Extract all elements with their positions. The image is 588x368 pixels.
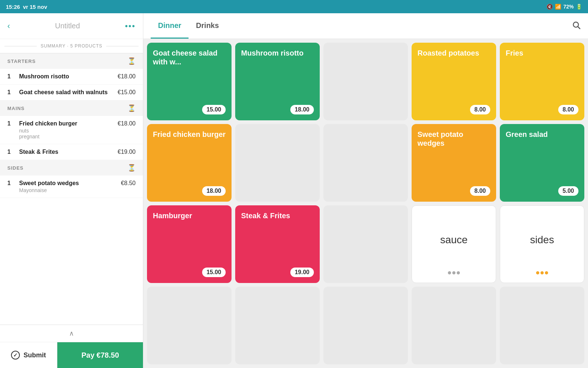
list-item[interactable]: 1 Goat cheese salad with walnuts €15.00 <box>0 85 143 100</box>
section-mains: MAINS ⏳ <box>0 100 143 116</box>
sidebar: ‹ Untitled ••• SUMMARY · 5 PRODUCTS STAR… <box>0 13 143 368</box>
search-button[interactable] <box>572 21 581 32</box>
menu-card-empty-4 <box>323 205 408 283</box>
mains-icon: ⏳ <box>128 104 136 112</box>
list-item[interactable]: 1 Mushroom risotto €18.00 <box>0 69 143 85</box>
right-panel: Dinner Drinks Goat cheese salad with w..… <box>143 13 588 368</box>
menu-card-empty-1 <box>323 43 408 120</box>
status-bar: 15:26 vr 15 nov 🔇 📶 72% 🔋 <box>0 0 588 13</box>
section-starters: STARTERS ⏳ <box>0 53 143 69</box>
time: 15:26 <box>6 4 20 10</box>
sides-icon: ⏳ <box>128 164 136 172</box>
menu-card-fries[interactable]: Fries 8.00 <box>500 43 584 120</box>
list-item[interactable]: 1 Fried chicken burger nutspregnant €18.… <box>0 116 143 144</box>
tab-dinner[interactable]: Dinner <box>151 13 189 39</box>
sides-label: sides <box>530 234 554 246</box>
menu-card-hamburger[interactable]: Hamburger 15.00 <box>147 205 232 283</box>
menu-grid: Goat cheese salad with w... 15.00 Mushro… <box>143 39 588 368</box>
svg-line-1 <box>578 26 580 29</box>
menu-card-empty-5 <box>147 287 232 364</box>
menu-card-steak-frites[interactable]: Steak & Frites 19.00 <box>235 205 320 283</box>
sidebar-title: Untitled <box>55 22 80 30</box>
check-icon: ✓ <box>11 351 20 360</box>
menu-card-goat-cheese-salad[interactable]: Goat cheese salad with w... 15.00 <box>147 43 232 120</box>
battery-icon: 🔋 <box>576 4 582 10</box>
tab-drinks[interactable]: Drinks <box>189 13 226 39</box>
menu-card-empty-8 <box>412 287 496 364</box>
pay-button[interactable]: Pay €78.50 <box>57 342 143 368</box>
menu-card-sauce[interactable]: sauce ●●● <box>412 205 496 283</box>
date: vr 15 nov <box>23 4 47 10</box>
menu-card-sides[interactable]: sides ●●● <box>500 205 584 283</box>
starters-icon: ⏳ <box>128 57 136 65</box>
bottom-actions: ✓ Submit Pay €78.50 <box>0 342 143 368</box>
sides-dots: ●●● <box>535 268 549 277</box>
menu-card-roasted-potatoes[interactable]: Roasted potatoes 8.00 <box>412 43 496 120</box>
menu-card-green-salad[interactable]: Green salad 5.00 <box>500 124 584 202</box>
menu-card-empty-9 <box>500 287 584 364</box>
sauce-dots: ●●● <box>447 268 460 277</box>
menu-card-empty-6 <box>235 287 320 364</box>
sidebar-bottom: ∧ ✓ Submit Pay €78.50 <box>0 325 143 368</box>
menu-card-mushroom-risotto[interactable]: Mushroom risotto 18.00 <box>235 43 320 120</box>
section-sides: SIDES ⏳ <box>0 160 143 176</box>
wifi-icon: 📶 <box>555 4 561 10</box>
submit-button[interactable]: ✓ Submit <box>0 342 57 368</box>
battery: 72% <box>563 4 574 10</box>
list-item[interactable]: 1 Sweet potato wedges Mayonnaise €8.50 <box>0 176 143 198</box>
list-item[interactable]: 1 Steak & Frites €19.00 <box>0 144 143 160</box>
menu-card-empty-3 <box>323 124 408 202</box>
sidebar-header: ‹ Untitled ••• <box>0 13 143 39</box>
back-button[interactable]: ‹ <box>7 21 10 31</box>
menu-button[interactable]: ••• <box>125 21 136 31</box>
mute-icon: 🔇 <box>546 4 553 10</box>
sauce-label: sauce <box>440 234 468 246</box>
tabs-header: Dinner Drinks <box>143 13 588 39</box>
menu-card-empty-7 <box>323 287 408 364</box>
order-list: STARTERS ⏳ 1 Mushroom risotto €18.00 1 G… <box>0 53 143 325</box>
menu-card-sweet-potato-wedges[interactable]: Sweet potato wedges 8.00 <box>412 124 496 202</box>
menu-card-fried-chicken-burger[interactable]: Fried chicken burger 18.00 <box>147 124 232 202</box>
menu-card-empty-2 <box>235 124 320 202</box>
summary-label: SUMMARY · 5 PRODUCTS <box>0 39 143 53</box>
collapse-button[interactable]: ∧ <box>0 325 143 342</box>
